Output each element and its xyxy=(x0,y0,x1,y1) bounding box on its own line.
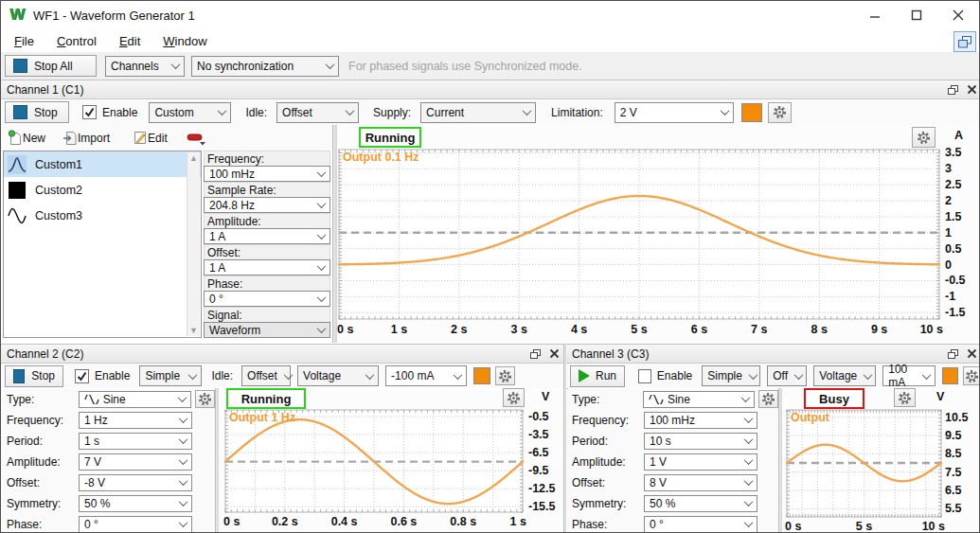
channel2-field-period: Period:1 s xyxy=(1,431,215,451)
minimize-button[interactable] xyxy=(854,1,896,29)
channel2-settings-gear-button[interactable] xyxy=(495,366,515,385)
channel3-color-swatch[interactable] xyxy=(942,367,958,384)
channel3-mode-dropdown[interactable]: Simple xyxy=(702,365,760,386)
waveform-plot-svg: Output 0.1 Hz3.532.521.510.50-0.5-1-1.50… xyxy=(337,125,980,343)
channel2-offset-dropdown[interactable]: -8 V xyxy=(79,474,192,491)
chevron-down-icon xyxy=(283,370,293,380)
signal-dropdown[interactable]: Waveform xyxy=(204,322,330,338)
channel3-enable-label: Enable xyxy=(657,369,692,382)
channel1-limitation-dropdown[interactable]: 2 V xyxy=(615,102,734,123)
frequency-label: Frequency: xyxy=(7,414,79,427)
channel3-period-dropdown[interactable]: 10 s xyxy=(644,433,757,450)
float-panel-icon[interactable] xyxy=(947,348,959,360)
channel1-supply-dropdown[interactable]: Current xyxy=(420,102,536,123)
import-waveform-button[interactable]: Import xyxy=(60,128,113,148)
channel3-phase-dropdown[interactable]: 0 ° xyxy=(644,516,757,533)
y-tick-label: 3.5 xyxy=(945,146,961,159)
channel1-color-swatch[interactable] xyxy=(741,103,762,122)
menu-edit[interactable]: Edit xyxy=(110,31,150,51)
channel3-supply-dropdown[interactable]: Voltage xyxy=(813,365,876,386)
channel2-run-button[interactable]: Stop xyxy=(5,365,63,387)
amplitude-dropdown[interactable]: 1 A xyxy=(204,228,330,244)
channel2-amplitude-dropdown[interactable]: 7 V xyxy=(79,453,192,471)
channels-dropdown[interactable]: Channels xyxy=(105,56,185,77)
channel2-type-dropdown[interactable]: Sine xyxy=(79,391,191,408)
waveform-list-scrollbar[interactable]: ▲ ▼ xyxy=(187,152,200,336)
channel2-supply-dropdown[interactable]: Voltage xyxy=(297,365,379,386)
close-panel-icon[interactable] xyxy=(967,348,977,359)
channel1-mode-dropdown[interactable]: Custom xyxy=(149,102,231,123)
channel3-field-type: Type:Sine xyxy=(566,389,778,409)
menu-file[interactable]: File xyxy=(5,31,44,51)
x-tick-label: 1 s xyxy=(510,515,526,528)
channel3-limit-dropdown[interactable]: 100 mA xyxy=(882,365,935,386)
x-tick-label: 9 s xyxy=(871,323,887,336)
scroll-down-icon[interactable]: ▼ xyxy=(189,325,198,336)
menu-window[interactable]: Window xyxy=(153,31,216,51)
channel3-type-gear-button[interactable] xyxy=(758,390,778,408)
channel1-run-button[interactable]: Stop xyxy=(5,101,69,123)
close-panel-icon[interactable] xyxy=(549,348,560,359)
y-tick-label: 3 xyxy=(945,162,952,175)
chevron-down-icon xyxy=(864,370,873,380)
y-tick-label: -15.5 xyxy=(528,500,556,513)
sample-rate-value: 204.8 Hz xyxy=(209,199,255,212)
channel2-type-gear-button[interactable] xyxy=(195,390,215,408)
phase-dropdown[interactable]: 0 ° xyxy=(204,291,330,307)
channel3-offset-dropdown[interactable]: 8 V xyxy=(644,474,757,491)
channel2-symmetry-dropdown[interactable]: 50 % xyxy=(79,495,192,512)
channel3-run-button[interactable]: Run xyxy=(570,365,625,387)
channel2-color-swatch[interactable] xyxy=(473,367,490,384)
x-tick-label: 0 s xyxy=(785,520,801,533)
channel3-frequency-dropdown[interactable]: 100 mHz xyxy=(644,412,757,429)
x-tick-label: 7 s xyxy=(751,323,767,336)
channel3-idle-dropdown[interactable]: Off xyxy=(767,365,807,386)
waveform-list-item-custom2[interactable]: Custom2 xyxy=(4,177,201,203)
channel2-mode-dropdown[interactable]: Simple xyxy=(139,365,202,386)
maximize-button[interactable] xyxy=(896,1,937,29)
float-panel-icon[interactable] xyxy=(529,348,542,360)
channel1-field-signal: Signal:Waveform xyxy=(204,307,330,338)
waveform-list-item-custom1[interactable]: Custom1 xyxy=(4,151,201,177)
waveform-list-item-custom3[interactable]: Custom3 xyxy=(4,203,201,228)
x-tick-label: 10 s xyxy=(922,520,945,533)
offset-dropdown[interactable]: 1 A xyxy=(204,259,330,275)
channel2-period-dropdown[interactable]: 1 s xyxy=(79,433,192,450)
float-panel-icon[interactable] xyxy=(947,84,959,96)
chevron-down-icon xyxy=(748,370,757,380)
channel3-symmetry-dropdown[interactable]: 50 % xyxy=(644,495,757,512)
channel3-enable-checkbox[interactable] xyxy=(638,369,651,383)
channel1-title: Channel 1 (C1) xyxy=(7,83,83,97)
frequency-dropdown[interactable]: 100 mHz xyxy=(204,166,330,182)
phase-label: Phase: xyxy=(204,275,330,291)
sample-rate-dropdown[interactable]: 204.8 Hz xyxy=(204,197,330,213)
channel3-amplitude-dropdown[interactable]: 1 V xyxy=(644,453,757,471)
menu-control[interactable]: Control xyxy=(47,31,106,51)
channel3-type-dropdown[interactable]: Sine xyxy=(643,391,755,408)
amplitude-value: 7 V xyxy=(84,455,101,469)
channel1-idle-dropdown[interactable]: Offset xyxy=(276,102,359,123)
channel2-phase-dropdown[interactable]: 0 ° xyxy=(79,516,192,533)
channel1-field-amplitude: Amplitude:1 A xyxy=(204,213,330,244)
chevron-down-icon xyxy=(179,414,188,423)
offset-value: -8 V xyxy=(84,476,105,489)
channel2-idle-dropdown[interactable]: Offset xyxy=(241,365,291,386)
channel2-enable-checkbox[interactable] xyxy=(75,369,89,383)
channel1-enable-checkbox[interactable] xyxy=(82,105,97,119)
cascade-windows-button[interactable] xyxy=(953,31,976,52)
close-button[interactable] xyxy=(937,1,979,29)
channel2-frequency-dropdown[interactable]: 1 Hz xyxy=(79,412,192,429)
frequency-value: 100 mHz xyxy=(650,414,695,427)
synchronization-dropdown[interactable]: No synchronization xyxy=(191,56,339,77)
channel3-settings-gear-button[interactable] xyxy=(963,366,980,385)
channel2-limit-dropdown[interactable]: -100 mA xyxy=(385,365,467,386)
close-panel-icon[interactable] xyxy=(967,84,977,95)
channel1-settings-gear-button[interactable] xyxy=(768,102,792,123)
stop-all-button[interactable]: Stop All xyxy=(5,55,97,77)
edit-waveform-button[interactable]: Edit xyxy=(130,128,170,148)
channel3-field-amplitude: Amplitude:1 V xyxy=(566,452,778,471)
new-waveform-button[interactable]: New xyxy=(5,128,48,148)
trace-color-dropdown-button[interactable] xyxy=(184,129,208,148)
scroll-up-icon[interactable]: ▲ xyxy=(189,152,198,164)
x-tick-label: 0 s xyxy=(337,323,353,336)
